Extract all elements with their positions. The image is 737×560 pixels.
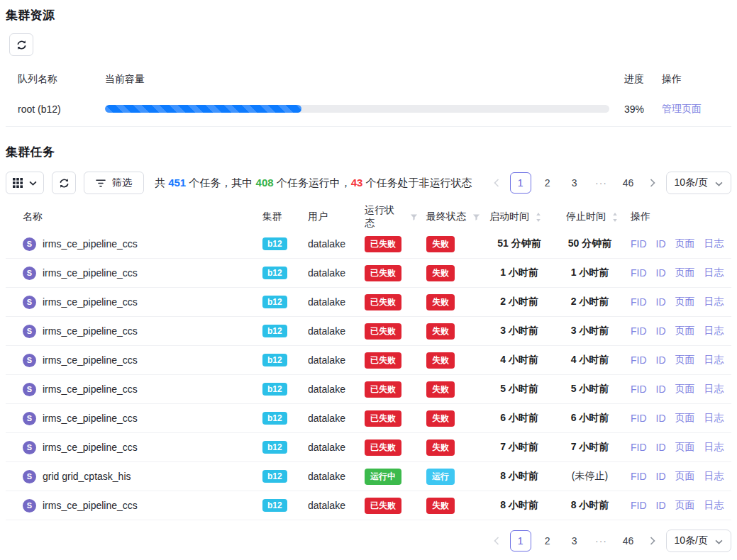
final-status-tag: 失败: [426, 323, 455, 340]
total-count: 451: [168, 177, 186, 189]
log-link[interactable]: 日志: [704, 470, 724, 483]
manage-page-link[interactable]: 管理页面: [662, 103, 702, 114]
log-link[interactable]: 日志: [704, 267, 724, 279]
next-page-button[interactable]: [645, 530, 660, 552]
log-link[interactable]: 日志: [704, 412, 724, 425]
start-time: 2 小时前: [500, 296, 538, 308]
final-status-tag: 失败: [426, 381, 455, 398]
stop-time: 3 小时前: [571, 325, 609, 337]
cluster-header: 集群: [254, 211, 299, 223]
tasks-table: 名称 集群 用户 运行状态 最终状态 启动时间: [6, 204, 731, 520]
log-link[interactable]: 日志: [704, 441, 724, 454]
id-link[interactable]: ID: [656, 354, 666, 366]
prev-page-button[interactable]: [489, 172, 504, 194]
fid-link[interactable]: FID: [631, 471, 647, 482]
log-link[interactable]: 日志: [704, 237, 724, 250]
start-time-sorter-icon[interactable]: [536, 213, 541, 222]
spark-avatar: S: [23, 296, 36, 309]
queue-name: root (b12): [6, 103, 105, 115]
start-time: 3 小时前: [500, 325, 538, 337]
task-user: datalake: [308, 325, 345, 337]
page-number-button[interactable]: 46: [618, 172, 639, 194]
task-user: datalake: [308, 238, 345, 250]
stop-time: 5 小时前: [571, 383, 609, 396]
filter-button[interactable]: 筛选: [84, 172, 144, 194]
page-link[interactable]: 页面: [675, 296, 695, 308]
actions-header: 操作: [622, 211, 731, 223]
page-link[interactable]: 页面: [675, 412, 695, 425]
log-link[interactable]: 日志: [704, 499, 724, 512]
fid-link[interactable]: FID: [631, 238, 647, 250]
fid-link[interactable]: FID: [631, 267, 647, 279]
id-link[interactable]: ID: [656, 442, 666, 453]
id-link[interactable]: ID: [656, 325, 666, 337]
task-name: irms_ce_pipeline_ccs: [43, 267, 138, 279]
page-size-select[interactable]: 10条/页: [666, 530, 731, 552]
next-page-button[interactable]: [645, 172, 660, 194]
table-row: S irms_ce_pipeline_ccs b12 datalake 已失败 …: [6, 317, 731, 346]
page-number-button[interactable]: 2: [537, 172, 558, 194]
task-name: irms_ce_pipeline_ccs: [43, 413, 138, 424]
table-row: S grid grid_cptask_his b12 datalake 运行中 …: [6, 462, 731, 491]
fid-link[interactable]: FID: [631, 296, 647, 308]
fid-link[interactable]: FID: [631, 500, 647, 511]
page-number-button[interactable]: 1: [510, 530, 531, 551]
chevron-down-icon: [29, 181, 37, 186]
fid-link[interactable]: FID: [631, 383, 647, 395]
log-link[interactable]: 日志: [704, 296, 724, 308]
fid-link[interactable]: FID: [631, 413, 647, 424]
page-link[interactable]: 页面: [675, 267, 695, 279]
run-status-tag: 已失败: [365, 410, 401, 427]
stop-time: 6 小时前: [571, 412, 609, 425]
start-time-header: 启动时间: [489, 211, 529, 223]
id-link[interactable]: ID: [656, 413, 666, 424]
resources-refresh-button[interactable]: [9, 33, 33, 56]
cluster-badge: b12: [262, 325, 287, 337]
run-status-filter-icon[interactable]: [410, 213, 418, 221]
cluster-badge: b12: [262, 441, 287, 454]
id-link[interactable]: ID: [656, 238, 666, 250]
page-number-button[interactable]: ···: [591, 530, 612, 551]
pagination-top: 1 2 3 ··· 46 10条/页: [489, 172, 731, 194]
page-number-button[interactable]: 3: [564, 172, 585, 194]
id-link[interactable]: ID: [656, 471, 666, 482]
log-link[interactable]: 日志: [704, 325, 724, 337]
task-name: irms_ce_pipeline_ccs: [43, 500, 138, 511]
final-status-filter-icon[interactable]: [472, 213, 480, 221]
page-number-button[interactable]: 1: [510, 172, 531, 194]
fid-link[interactable]: FID: [631, 442, 647, 453]
stop-time: (未停止): [572, 470, 608, 483]
id-link[interactable]: ID: [656, 383, 666, 395]
run-status-tag: 已失败: [365, 498, 401, 514]
start-time: 8 小时前: [500, 499, 538, 512]
fid-link[interactable]: FID: [631, 325, 647, 337]
page-link[interactable]: 页面: [675, 325, 695, 337]
page-number-button[interactable]: 46: [618, 530, 639, 551]
page-number-button[interactable]: ···: [591, 172, 612, 194]
spark-avatar: S: [23, 237, 36, 251]
log-link[interactable]: 日志: [704, 383, 724, 396]
fid-link[interactable]: FID: [631, 354, 647, 366]
prev-page-button[interactable]: [489, 530, 504, 552]
page-size-select[interactable]: 10条/页: [666, 172, 731, 194]
page-link[interactable]: 页面: [675, 383, 695, 396]
page-link[interactable]: 页面: [675, 354, 695, 366]
stop-time-sorter-icon[interactable]: [612, 213, 618, 222]
page-link[interactable]: 页面: [675, 470, 695, 483]
layout-dropdown-button[interactable]: [6, 172, 44, 194]
page-number-button[interactable]: 2: [537, 530, 558, 551]
id-link[interactable]: ID: [656, 500, 666, 511]
id-link[interactable]: ID: [656, 267, 666, 279]
spark-avatar: S: [23, 412, 36, 425]
page-number-button[interactable]: 3: [564, 530, 585, 551]
start-time: 6 小时前: [500, 412, 538, 425]
log-link[interactable]: 日志: [704, 354, 724, 366]
cluster-badge: b12: [262, 412, 287, 425]
page-link[interactable]: 页面: [675, 499, 695, 512]
page-link[interactable]: 页面: [675, 237, 695, 250]
grid-icon: [13, 178, 23, 188]
start-time: 8 小时前: [500, 470, 538, 483]
tasks-refresh-button[interactable]: [52, 172, 76, 194]
id-link[interactable]: ID: [656, 296, 666, 308]
page-link[interactable]: 页面: [675, 441, 695, 454]
